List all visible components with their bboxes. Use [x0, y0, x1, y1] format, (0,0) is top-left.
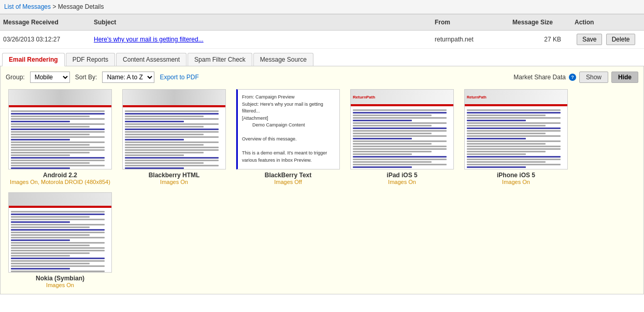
cell-size: 27 KB [509, 31, 571, 49]
preview-label-blackberry-html: Blackberry HTML [149, 172, 200, 179]
tab-message-source[interactable]: Message Source [253, 53, 313, 66]
group-label: Group: [6, 74, 25, 81]
group-select[interactable]: Mobile Desktop Webmail [30, 72, 70, 83]
preview-label-iphone: iPhone iOS 5 [497, 172, 535, 179]
save-button[interactable]: Save [577, 34, 602, 45]
preview-sublabel-ipad: Images On [388, 179, 416, 185]
cell-received: 03/26/2013 03:12:27 [0, 31, 91, 49]
cell-action: Save Delete [571, 31, 644, 49]
sort-label: Sort By: [75, 74, 97, 81]
message-table: Message Received Subject From Message Si… [0, 14, 644, 49]
export-pdf-link[interactable]: Export to PDF [160, 74, 198, 81]
toolbar: Group: Mobile Desktop Webmail Sort By: N… [6, 72, 638, 83]
cell-from: returnpath.net [432, 31, 509, 49]
col-header-action: Action [571, 15, 644, 31]
col-header-received: Message Received [0, 15, 91, 31]
preview-thumb-blackberry-html[interactable] [122, 89, 226, 169]
tab-email-rendering[interactable]: Email Rendering [2, 53, 65, 66]
info-icon[interactable]: ? [569, 74, 576, 81]
breadcrumb-separator: > [52, 3, 58, 10]
preview-thumb-ipad[interactable]: ReturnPath [350, 89, 454, 169]
preview-item-iphone: ReturnPath [462, 89, 570, 185]
preview-label-blackberry-text: BlackBerry Text [265, 172, 312, 179]
preview-thumb-android[interactable] [8, 89, 112, 169]
preview-label-ipad: iPad iOS 5 [387, 172, 417, 179]
breadcrumb-current: Message Details [58, 3, 104, 10]
breadcrumb-link[interactable]: List of Messages [4, 3, 51, 10]
preview-sublabel-blackberry-html: Images On [160, 179, 188, 185]
preview-sublabel-iphone: Images On [502, 179, 530, 185]
cell-subject: Here's why your mail is getting filtered… [91, 31, 432, 49]
tab-spam-filter-check[interactable]: Spam Filter Check [188, 53, 252, 66]
delete-button[interactable]: Delete [606, 34, 636, 45]
table-row: 03/26/2013 03:12:27 Here's why your mail… [0, 31, 644, 49]
preview-item-nokia: Nokia (Symbian) Images On [6, 192, 115, 288]
tab-content-assessment[interactable]: Content Assessment [116, 53, 187, 66]
market-share-section: Market Share Data ? Show Hide [513, 72, 638, 83]
preview-sublabel-blackberry-text: Images Off [274, 179, 302, 185]
preview-thumb-blackberry-text[interactable]: From: Campaign Preview Subject: Here's w… [236, 89, 340, 169]
preview-item-blackberry-html: Blackberry HTML Images On [120, 89, 228, 185]
breadcrumb: List of Messages > Message Details [0, 0, 644, 14]
preview-item-android: Android 2.2 Images On, Motorola DROID (4… [6, 89, 115, 185]
tab-pdf-reports[interactable]: PDF Reports [66, 53, 115, 66]
preview-label-nokia: Nokia (Symbian) [36, 275, 84, 282]
col-header-size: Message Size [509, 15, 571, 31]
hide-button[interactable]: Hide [611, 72, 638, 83]
content-area: Group: Mobile Desktop Webmail Sort By: N… [0, 66, 644, 294]
preview-label-android: Android 2.2 [43, 172, 77, 179]
col-header-subject: Subject [91, 15, 432, 31]
market-share-label: Market Share Data [513, 74, 566, 81]
col-header-from: From [432, 15, 509, 31]
preview-thumb-nokia[interactable] [8, 192, 112, 273]
preview-thumb-iphone[interactable]: ReturnPath [464, 89, 568, 169]
sort-select[interactable]: Name: A to Z Name: Z to A [102, 72, 154, 83]
preview-item-blackberry-text: From: Campaign Preview Subject: Here's w… [234, 89, 342, 185]
preview-sublabel-android: Images On, Motorola DROID (480x854) [10, 179, 110, 185]
preview-sublabel-nokia: Images On [46, 282, 74, 288]
preview-item-ipad: ReturnPath [348, 89, 456, 185]
subject-link[interactable]: Here's why your mail is getting filtered… [94, 36, 204, 43]
show-button[interactable]: Show [579, 72, 608, 83]
tabs-bar: Email Rendering PDF Reports Content Asse… [0, 49, 644, 66]
previews-grid: Android 2.2 Images On, Motorola DROID (4… [6, 89, 638, 288]
